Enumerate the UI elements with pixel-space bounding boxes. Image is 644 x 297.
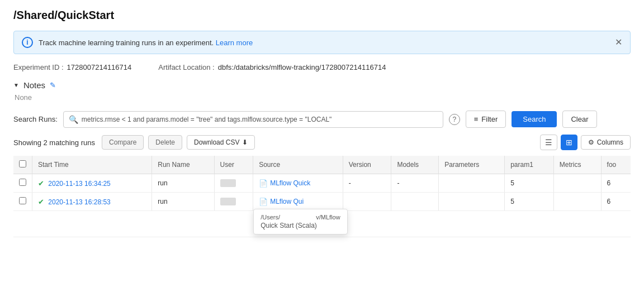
row2-user-avatar	[220, 198, 236, 205]
th-param1: param1	[505, 156, 554, 174]
row2-version	[343, 193, 391, 211]
banner-text: Track machine learning training runs in …	[39, 39, 253, 47]
row2-checkbox-cell	[13, 193, 32, 211]
filter-icon: ≡	[474, 115, 479, 123]
row2-param1: 5	[505, 193, 554, 211]
row1-source: 📄 MLflow Quick	[253, 174, 343, 193]
showing-count: Showing 2 matching runs	[13, 138, 95, 147]
download-icon: ⬇	[242, 138, 248, 146]
row2-status-icon: ✔	[38, 198, 44, 206]
search-runs-label: Search Runs:	[13, 115, 58, 123]
row2-source-icon: 📄	[259, 198, 268, 206]
th-run-name: Run Name	[152, 156, 214, 174]
row1-foo: 6	[601, 174, 631, 193]
experiment-meta: Experiment ID : 1728007214116714 Artifac…	[13, 63, 631, 71]
row1-params-spacer	[439, 174, 505, 193]
info-banner: i Track machine learning training runs i…	[13, 31, 631, 54]
row1-param1: 5	[505, 174, 554, 193]
row1-checkbox-cell	[13, 174, 32, 193]
learn-more-link[interactable]: Learn more	[216, 39, 253, 47]
runs-table: Start Time Run Name User Source Version …	[13, 156, 631, 237]
row1-source-link[interactable]: 📄 MLflow Quick	[259, 179, 337, 188]
row2-source: 📄 MLflow Qui /Users/ v/MLflow Quick Star…	[253, 193, 343, 211]
row1-start-time: ✔ 2020-11-13 16:34:25	[32, 174, 152, 193]
th-foo: foo	[601, 156, 631, 174]
select-all-checkbox[interactable]	[19, 160, 26, 167]
close-banner-icon[interactable]: ✕	[615, 38, 622, 47]
row1-source-icon: 📄	[259, 179, 268, 188]
row1-user-avatar	[220, 179, 236, 187]
th-models: Models	[391, 156, 439, 174]
source-tooltip-popup: /Users/ v/MLflow Quick Start (Scala)	[253, 209, 347, 234]
th-start-time: Start Time	[32, 156, 152, 174]
compare-button[interactable]: Compare	[102, 135, 144, 150]
row1-user	[214, 174, 253, 193]
search-input-wrapper: 🔍	[63, 111, 443, 128]
row2-run-name: run	[152, 193, 214, 211]
notes-label: Notes	[23, 80, 45, 90]
row2-checkbox[interactable]	[19, 197, 26, 204]
artifact-location-value: dbfs:/databricks/mlflow-tracking/1728007…	[218, 63, 386, 71]
info-icon: i	[22, 37, 33, 48]
tooltip-name: Quick Start (Scala)	[261, 222, 340, 229]
search-runs-row: Search Runs: 🔍 ? ≡ Filter Search Clear	[13, 111, 631, 128]
columns-icon: ⚙	[588, 138, 594, 146]
clear-button[interactable]: Clear	[562, 111, 596, 128]
columns-button[interactable]: ⚙ Columns	[581, 135, 631, 150]
notes-header[interactable]: ▼ Notes ✎	[13, 80, 631, 90]
row2-metrics-spacer	[553, 193, 601, 211]
tooltip-path: /Users/ v/MLflow	[261, 214, 340, 221]
row1-status-icon: ✔	[38, 179, 44, 188]
notes-value: None	[13, 93, 631, 102]
notes-section: ▼ Notes ✎ None	[13, 80, 631, 102]
row2-source-tooltip-container: 📄 MLflow Qui /Users/ v/MLflow Quick Star…	[259, 198, 304, 206]
experiment-id-label: Experiment ID :	[13, 63, 64, 71]
notes-edit-icon[interactable]: ✎	[50, 81, 56, 89]
row1-checkbox[interactable]	[19, 179, 26, 186]
search-icon: 🔍	[69, 115, 78, 124]
actions-row: Showing 2 matching runs Compare Delete D…	[13, 135, 631, 150]
row2-models	[391, 193, 439, 211]
table-row: ✔ 2020-11-13 16:28:53 run 📄 MLflow Qui /…	[13, 193, 631, 211]
grid-view-button[interactable]: ⊞	[561, 135, 577, 150]
th-source: Source	[253, 156, 343, 174]
row1-run-name: run	[152, 174, 214, 193]
page-title: /Shared/QuickStart	[13, 9, 631, 22]
experiment-id-value: 1728007214116714	[67, 63, 132, 71]
search-button[interactable]: Search	[512, 111, 557, 127]
th-version: Version	[343, 156, 391, 174]
th-select-all	[13, 156, 32, 174]
search-input[interactable]	[63, 111, 443, 128]
row1-date-link[interactable]: 2020-11-13 16:34:25	[48, 180, 110, 188]
th-user: User	[214, 156, 253, 174]
row2-foo: 6	[601, 193, 631, 211]
download-csv-button[interactable]: Download CSV ⬇	[187, 135, 255, 150]
row2-start-time: ✔ 2020-11-13 16:28:53	[32, 193, 152, 211]
th-params-group: Parameters	[439, 156, 505, 174]
row1-metrics-spacer	[553, 174, 601, 193]
row2-date-link[interactable]: 2020-11-13 16:28:53	[48, 198, 110, 206]
notes-collapse-icon: ▼	[13, 82, 19, 88]
row2-source-link[interactable]: 📄 MLflow Qui	[259, 198, 304, 206]
th-metrics-group: Metrics	[553, 156, 601, 174]
artifact-location-label: Artifact Location :	[158, 63, 214, 71]
help-icon[interactable]: ?	[449, 114, 460, 125]
table-row: ✔ 2020-11-13 16:34:25 run 📄 MLflow Quick…	[13, 174, 631, 193]
row2-user	[214, 193, 253, 211]
row1-models: -	[391, 174, 439, 193]
row2-params-spacer	[439, 193, 505, 211]
delete-button[interactable]: Delete	[148, 135, 182, 150]
filter-button[interactable]: ≡ Filter	[466, 111, 506, 128]
row1-version: -	[343, 174, 391, 193]
list-view-button[interactable]: ☰	[540, 135, 557, 150]
